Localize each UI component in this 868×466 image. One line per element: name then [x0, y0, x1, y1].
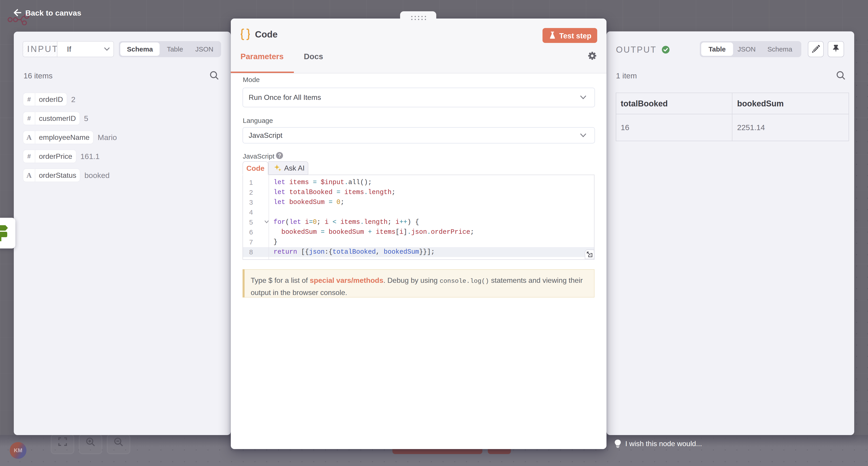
svg-text:?: ?	[278, 153, 281, 159]
